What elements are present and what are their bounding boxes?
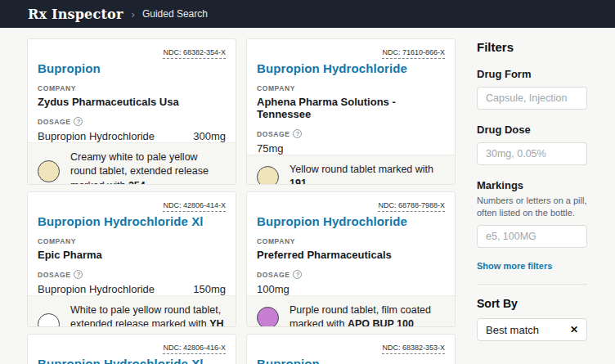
drug-card[interactable]: NDC: 68382-353-X Bupropion: [246, 334, 456, 364]
help-icon[interactable]: ?: [293, 129, 302, 138]
pill-imprint: APO BUP 100: [348, 318, 414, 327]
ndc-link[interactable]: NDC: 42806-416-X: [163, 343, 226, 354]
dosage-label: DOSAGE: [38, 271, 70, 279]
drug-card[interactable]: NDC: 42806-416-X Bupropion Hydrochloride…: [27, 334, 236, 364]
ndc-link[interactable]: NDC: 68788-7988-X: [378, 200, 445, 212]
breadcrumb-guided-search[interactable]: Guided Search: [142, 8, 208, 20]
company-name: Zydus Pharmaceuticals Usa: [38, 96, 226, 108]
sort-selector[interactable]: Best match ✕: [477, 318, 587, 341]
drug-title: Bupropion Hydrochloride Xl: [38, 214, 226, 228]
help-icon[interactable]: ?: [74, 270, 83, 279]
ndc-link[interactable]: NDC: 71610-866-X: [382, 47, 445, 59]
filters-sidebar: Filters Drug Form Drug Dose Markings Num…: [477, 38, 587, 364]
company-label: COMPANY: [38, 237, 76, 245]
pill-imprint: 191: [290, 178, 307, 185]
ndc-link[interactable]: NDC: 68382-353-X: [382, 343, 445, 354]
dosage-amount: 300mg: [193, 130, 226, 142]
pill-description-strip: Yellow round tablet marked with 191: [247, 155, 455, 185]
dosage-amount: 100mg: [257, 283, 290, 295]
pill-swatch-icon: [257, 166, 279, 185]
brand-logo[interactable]: Rx Inspector: [28, 7, 123, 22]
company-label: COMPANY: [38, 84, 76, 92]
drug-card[interactable]: NDC: 68382-354-X Bupropion COMPANY Zydus…: [27, 38, 236, 185]
drug-card[interactable]: NDC: 71610-866-X Bupropion Hydrochloride…: [246, 38, 456, 185]
help-icon[interactable]: ?: [293, 270, 302, 279]
pill-swatch-icon: [257, 307, 279, 327]
pill-imprint: 354: [128, 180, 146, 186]
markings-label: Markings: [477, 179, 587, 191]
company-name: Preferred Pharmaceuticals: [257, 249, 445, 261]
company-name: Epic Pharma: [38, 249, 226, 261]
sort-selected-value: Best match: [486, 324, 539, 336]
drug-title: Bupropion Hydrochloride: [257, 214, 445, 228]
top-nav-bar: Rx Inspector › Guided Search: [0, 0, 615, 28]
main-content: NDC: 68382-354-X Bupropion COMPANY Zydus…: [0, 28, 615, 364]
dosage-label: DOSAGE: [257, 271, 290, 279]
drug-form-label: Drug Form: [477, 68, 587, 80]
filters-heading: Filters: [477, 40, 587, 54]
drug-title: Bupropion: [38, 61, 226, 75]
ndc-link[interactable]: NDC: 68382-354-X: [163, 47, 226, 59]
dosage-amount: 150mg: [193, 283, 226, 295]
close-icon[interactable]: ✕: [570, 325, 578, 335]
results-grid: NDC: 68382-354-X Bupropion COMPANY Zydus…: [27, 38, 456, 364]
drug-title: Bupropion Hydrochloride Xl: [38, 357, 226, 364]
app-window: Rx Inspector › Guided Search NDC: 68382-…: [0, 0, 615, 364]
show-more-filters-link[interactable]: Show more filters: [477, 261, 552, 271]
pill-description: White to pale yellow round tablet, exten…: [70, 304, 221, 327]
sidebar-divider: [477, 284, 587, 285]
help-icon[interactable]: ?: [74, 117, 83, 126]
drug-dose-label: Drug Dose: [477, 124, 587, 136]
dosage-amount: 75mg: [257, 142, 284, 155]
drug-title: Bupropion: [257, 357, 445, 364]
company-name: Aphena Pharma Solutions - Tennessee: [257, 96, 445, 120]
pill-description-strip: Creamy white to pale yellow round tablet…: [28, 142, 236, 185]
dosage-label: DOSAGE: [38, 118, 70, 126]
markings-input[interactable]: [477, 225, 587, 248]
sort-by-heading: Sort By: [477, 297, 587, 310]
company-label: COMPANY: [257, 237, 295, 245]
drug-dose-input[interactable]: [477, 142, 587, 165]
pill-description: Yellow round tablet marked with: [290, 164, 433, 175]
ndc-link[interactable]: NDC: 42806-414-X: [163, 200, 226, 212]
pill-description-strip: White to pale yellow round tablet, exten…: [28, 295, 236, 327]
markings-help-text: Numbers or letters on a pill, often list…: [477, 195, 587, 218]
dosage-label: DOSAGE: [257, 130, 290, 138]
drug-card[interactable]: NDC: 68788-7988-X Bupropion Hydrochlorid…: [246, 191, 456, 327]
chevron-right-icon: ›: [132, 8, 135, 20]
pill-swatch-icon: [38, 160, 60, 182]
drug-card[interactable]: NDC: 42806-414-X Bupropion Hydrochloride…: [27, 191, 236, 327]
drug-title: Bupropion Hydrochloride: [257, 61, 445, 75]
company-label: COMPANY: [257, 84, 295, 92]
pill-description-strip: Purple round tablet, film coated marked …: [247, 295, 455, 327]
pill-swatch-icon: [38, 313, 60, 327]
dosage-substance: Bupropion Hydrochloride: [38, 130, 155, 142]
drug-form-input[interactable]: [477, 87, 587, 110]
dosage-substance: Bupropion Hydrochloride: [38, 283, 155, 295]
